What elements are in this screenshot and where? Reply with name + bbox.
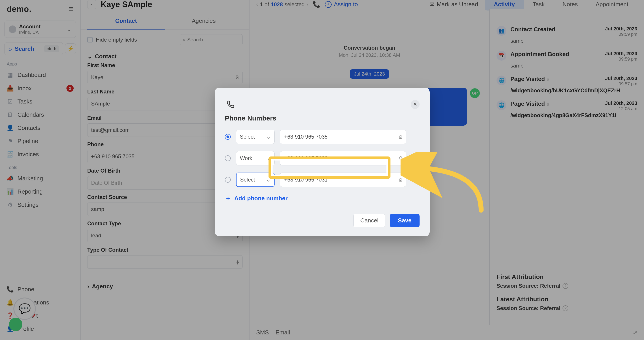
- format-icon[interactable]: ⎙: [399, 134, 402, 140]
- primary-radio[interactable]: [225, 134, 231, 140]
- add-phone-number[interactable]: ＋ Add phone number: [225, 194, 420, 203]
- delete-icon[interactable]: 🗑: [412, 176, 420, 184]
- delete-icon[interactable]: 🗑: [412, 155, 420, 162]
- phone-number-input[interactable]: +63 910 965 7035 ⎙: [280, 130, 406, 144]
- save-button[interactable]: Save: [390, 214, 420, 227]
- modal-title: Phone Numbers: [225, 114, 420, 122]
- phone-row: Work ⌄ +63 910 965 7033 ⎙ 🗑: [225, 151, 420, 165]
- phone-number-input[interactable]: +63 910 965 7031 ⎙: [280, 173, 406, 187]
- phone-row: Select ⌄ +63 910 965 7031 ⎙ 🗑: [225, 173, 420, 187]
- cancel-button[interactable]: Cancel: [353, 214, 385, 227]
- close-button[interactable]: ✕: [410, 100, 420, 109]
- chevron-down-icon: ⌄: [266, 177, 270, 183]
- phone-type-select[interactable]: Select ⌄: [236, 130, 274, 144]
- chevron-down-icon: ⌄: [266, 155, 271, 161]
- primary-radio[interactable]: [225, 177, 231, 183]
- plus-icon: ＋: [225, 194, 231, 203]
- phone-type-select[interactable]: Work ⌄: [236, 151, 274, 165]
- phone-number-input[interactable]: +63 910 965 7033 ⎙: [280, 151, 406, 165]
- phone-icon: [225, 99, 236, 110]
- format-icon[interactable]: ⎙: [399, 177, 402, 183]
- chevron-down-icon: ⌄: [266, 134, 271, 140]
- format-icon[interactable]: ⎙: [399, 155, 402, 161]
- primary-radio[interactable]: [225, 155, 231, 161]
- phone-row: Select ⌄ +63 910 965 7035 ⎙: [225, 130, 420, 144]
- phone-type-select[interactable]: Select ⌄: [236, 173, 274, 187]
- phone-numbers-modal: ✕ Phone Numbers Select ⌄ +63 910 965 703…: [215, 88, 430, 236]
